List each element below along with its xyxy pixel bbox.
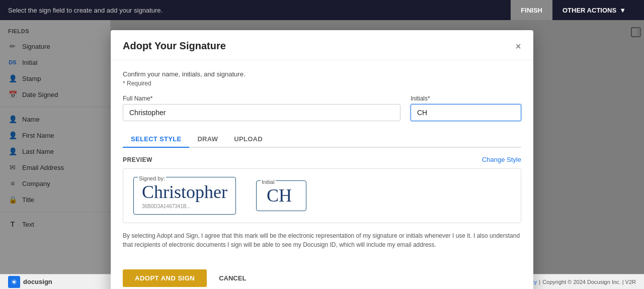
signature-tabs: SELECT STYLE DRAW UPLOAD	[123, 131, 521, 148]
cancel-button[interactable]: CANCEL	[215, 269, 250, 287]
full-name-group: Full Name*	[123, 95, 400, 121]
docusign-logo-icon	[8, 276, 20, 288]
copyright-text: Copyright © 2024 Docusign Inc. | V2R	[542, 279, 636, 285]
initial-box: Initial CH	[256, 180, 306, 212]
initial-preview-section: Initial CH	[256, 180, 306, 212]
preview-box: Signed by: Christopher 36B0D3A1467341B..…	[123, 168, 521, 223]
initials-group: Initials*	[411, 95, 521, 121]
other-actions-button[interactable]: OTHER ACTIONS ▼	[552, 0, 636, 20]
preview-header: PREVIEW Change Style	[123, 156, 521, 163]
signature-preview-section: Signed by: Christopher 36B0D3A1467341B..…	[133, 177, 236, 215]
signature-hash: 36B0D3A1467341B...	[142, 204, 227, 209]
top-bar: Select the sign field to create and add …	[0, 0, 644, 20]
tab-draw[interactable]: DRAW	[189, 131, 226, 148]
adopt-signature-modal: Adopt Your Signature × Confirm your name…	[111, 30, 533, 289]
signature-box: Signed by: Christopher 36B0D3A1467341B..…	[133, 177, 236, 215]
tab-select-style[interactable]: SELECT STYLE	[123, 131, 189, 148]
modal-body: Confirm your name, initials, and signatu…	[111, 60, 533, 269]
modal-footer: ADOPT AND SIGN CANCEL	[111, 269, 533, 289]
modal-title: Adopt Your Signature	[123, 40, 226, 52]
form-row: Full Name* Initials*	[123, 95, 521, 121]
initial-cursive: CH	[267, 186, 296, 206]
modal-overlay: Adopt Your Signature × Confirm your name…	[0, 20, 644, 274]
top-bar-actions: FINISH OTHER ACTIONS ▼	[511, 0, 636, 20]
modal-description: Confirm your name, initials, and signatu…	[123, 70, 521, 78]
signed-by-label: Signed by:	[138, 175, 166, 181]
full-name-label: Full Name*	[123, 95, 400, 102]
adopt-and-sign-button[interactable]: ADOPT AND SIGN	[123, 269, 207, 287]
preview-label: PREVIEW	[123, 156, 152, 163]
initial-label: Initial	[261, 179, 276, 185]
docusign-logo: docusign	[8, 276, 52, 288]
docusign-logo-text: docusign	[23, 278, 52, 285]
full-name-input[interactable]	[123, 104, 400, 121]
top-bar-message: Select the sign field to create and add …	[8, 7, 163, 14]
initials-label: Initials*	[411, 95, 521, 102]
modal-header: Adopt Your Signature ×	[111, 30, 533, 60]
tab-upload[interactable]: UPLOAD	[226, 131, 271, 148]
modal-required-note: * Required	[123, 80, 521, 87]
legal-text: By selecting Adopt and Sign, I agree tha…	[123, 231, 521, 249]
signature-cursive: Christopher	[142, 182, 227, 203]
change-style-link[interactable]: Change Style	[482, 156, 521, 163]
close-button[interactable]: ×	[515, 41, 521, 51]
finish-button[interactable]: FINISH	[511, 0, 552, 20]
initials-input[interactable]	[411, 104, 521, 121]
